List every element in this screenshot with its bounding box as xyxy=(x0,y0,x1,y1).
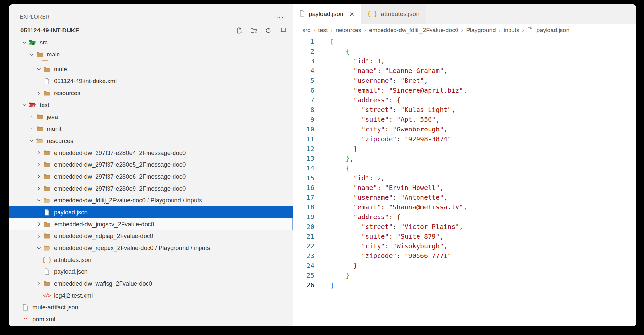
indent-guide xyxy=(346,124,354,134)
chevron-right-icon[interactable] xyxy=(35,162,43,168)
tree-item-embedded-dw-jmgscv-2fvalue-doc0[interactable]: embedded-dw_jmgscv_2Fvalue-doc0 xyxy=(9,218,293,230)
tree-item-pom-xml[interactable]: pom.xml xyxy=(9,314,293,326)
chevron-down-icon[interactable] xyxy=(28,138,35,143)
indent-guide xyxy=(338,56,346,66)
tree-item-java[interactable]: java xyxy=(9,111,293,123)
token: { xyxy=(397,96,401,104)
chevron-right-icon[interactable] xyxy=(35,221,43,227)
chevron-down-icon[interactable] xyxy=(35,245,43,251)
line-number: 9 xyxy=(293,115,314,124)
tree-item-embedded-dw-ndpiap-2fvalue-doc0[interactable]: embedded-dw_ndpiap_2Fvalue-doc0 xyxy=(9,230,293,242)
tree-item-main[interactable]: main xyxy=(9,49,293,61)
chevron-down-icon[interactable] xyxy=(20,40,28,45)
indent-guide xyxy=(354,251,361,261)
breadcrumb-item-test[interactable]: test xyxy=(318,27,328,34)
chevron-right-icon[interactable] xyxy=(35,91,43,96)
token: : xyxy=(369,174,377,182)
indent-guide xyxy=(330,251,338,261)
token: "suite" xyxy=(361,232,389,240)
code-line-21: 21"suite": "Suite 879", xyxy=(293,231,636,241)
tree-item-resources[interactable]: resources xyxy=(9,135,293,147)
folder-icon xyxy=(43,233,51,239)
chevron-down-icon[interactable] xyxy=(28,52,35,57)
more-actions-icon[interactable]: ⋯ xyxy=(276,15,284,19)
project-name: 051124-49-INT-DUKE xyxy=(20,27,79,34)
line-number: 24 xyxy=(293,261,314,270)
tree-item-payload-json[interactable]: payload.json xyxy=(9,206,293,218)
code-line-8: 8"street": "Kulas Light", xyxy=(293,105,636,115)
tree-item-embedded-dw-297f37-e280e6-2fmessage-doc0[interactable]: embedded-dw_297f37-e280e6_2Fmessage-doc0 xyxy=(9,171,293,183)
code-line-content: "email": "Sincere@april.biz", xyxy=(321,85,636,95)
code-line-content: "suite": "Apt. 556", xyxy=(321,115,636,124)
chevron-down-icon[interactable] xyxy=(20,102,28,108)
project-root-row[interactable]: 051124-49-INT-DUKE xyxy=(9,24,293,37)
line-number: 4 xyxy=(293,66,314,76)
tree-item-embedded-dw-fdliij-2fvalue-doc0-playgrou[interactable]: embedded-dw_fdliij_2Fvalue-doc0 / Playgr… xyxy=(9,194,293,206)
tree-item-src[interactable]: src xyxy=(9,37,293,49)
tree-item-embedded-dw-297f37-e280e5-2fmessage-doc0[interactable]: embedded-dw_297f37-e280e5_2Fmessage-doc0 xyxy=(9,159,293,171)
chevron-down-icon[interactable] xyxy=(35,67,43,72)
breadcrumb-item-embedded-dw-fdliij-2fvalue-doc0[interactable]: embedded-dw_fdliij_2Fvalue-doc0 xyxy=(369,27,458,34)
indent-guide xyxy=(338,241,346,251)
line-number: 22 xyxy=(293,241,314,251)
indent-guide xyxy=(346,183,354,192)
indent-guide xyxy=(346,251,354,261)
indent-guide xyxy=(338,183,346,192)
indent-guide xyxy=(354,105,361,115)
indent-guide xyxy=(330,105,338,115)
token: , xyxy=(463,203,467,211)
token: : xyxy=(377,184,385,192)
tree-item-label: test xyxy=(40,102,49,109)
tree-item-resources[interactable]: resources xyxy=(9,87,293,99)
token: : xyxy=(381,203,389,211)
chevron-right-icon[interactable] xyxy=(28,114,35,120)
tree-item-payload-json[interactable]: payload.json xyxy=(9,266,293,278)
chevron-right-icon[interactable] xyxy=(35,186,43,191)
tree-item-embedded-dw-rgepex-2fvalue-doc0-playgrou[interactable]: embedded-dw_rgepex_2Fvalue-doc0 / Playgr… xyxy=(9,242,293,254)
tree-item-embedded-dw-297f37-e280e9-2fmessage-doc0[interactable]: embedded-dw_297f37-e280e9_2Fmessage-doc0 xyxy=(9,182,293,194)
indent-guide xyxy=(338,222,346,231)
tab-payload-json[interactable]: payload.json xyxy=(293,4,361,24)
indent-guide xyxy=(330,85,338,95)
tree-item-embedded-dw-297f37-e280e4-2fmessage-doc0[interactable]: embedded-dw_297f37-e280e4_2Fmessage-doc0 xyxy=(9,147,293,159)
tree-item-label: pom.xml xyxy=(32,316,55,323)
tree-item-munit[interactable]: munit xyxy=(9,123,293,135)
token: , xyxy=(451,106,455,114)
tree-item-mule[interactable]: mule xyxy=(9,63,293,75)
breadcrumb-item-payload-json[interactable]: payload.json xyxy=(536,27,569,34)
chevron-right-icon[interactable] xyxy=(35,281,43,287)
new-folder-icon[interactable] xyxy=(250,27,258,34)
chevron-right-icon[interactable] xyxy=(35,150,43,155)
token: : xyxy=(393,193,401,201)
tree-item-log4j2-test-xml[interactable]: </>log4j2-test.xml xyxy=(9,290,293,302)
tree-item-051124-49-int-duke-xml[interactable]: 051124-49-int-duke.xml xyxy=(9,75,293,87)
tree-item-mule-artifact-json[interactable]: mule-artifact.json xyxy=(9,302,293,314)
breadcrumb-item-inputs[interactable]: inputs xyxy=(504,27,519,34)
indent-guide xyxy=(330,241,338,251)
code-line-1: 1[ xyxy=(293,37,636,46)
tree-item-label: embedded-dw_297f37-e280e6_2Fmessage-doc0 xyxy=(54,173,186,180)
breadcrumb-item-src[interactable]: src xyxy=(303,27,310,34)
breadcrumb-item-resources[interactable]: resources xyxy=(336,27,361,34)
tree-item-test[interactable]: test xyxy=(9,99,293,111)
token: : xyxy=(369,57,377,65)
chevron-right-icon[interactable] xyxy=(28,126,35,132)
refresh-icon[interactable] xyxy=(265,27,272,34)
tree-item-embedded-dw-wafisg-2fvalue-doc0[interactable]: embedded-dw_wafisg_2Fvalue-doc0 xyxy=(9,278,293,290)
indent-guide xyxy=(346,261,354,270)
chevron-right-icon[interactable] xyxy=(35,174,43,179)
tab-attributes-json[interactable]: { }attributes.json xyxy=(361,4,426,24)
token: "zipcode" xyxy=(361,252,396,260)
code-editor[interactable]: 1[2{3"id": 1,4"name": "Leanne Graham",5"… xyxy=(293,37,636,326)
breadcrumb-separator: › xyxy=(364,27,366,34)
breadcrumb-separator: › xyxy=(461,27,463,34)
tree-item-label: attributes.json xyxy=(54,256,91,264)
close-icon[interactable] xyxy=(349,11,354,17)
token: } xyxy=(354,262,357,269)
breadcrumb-item-playground[interactable]: Playground xyxy=(466,27,496,34)
collapse-all-icon[interactable] xyxy=(279,27,286,34)
new-file-icon[interactable] xyxy=(236,27,243,34)
chevron-down-icon[interactable] xyxy=(35,198,43,203)
tree-item-attributes-json[interactable]: { }attributes.json xyxy=(9,254,293,266)
chevron-right-icon[interactable] xyxy=(35,233,43,239)
